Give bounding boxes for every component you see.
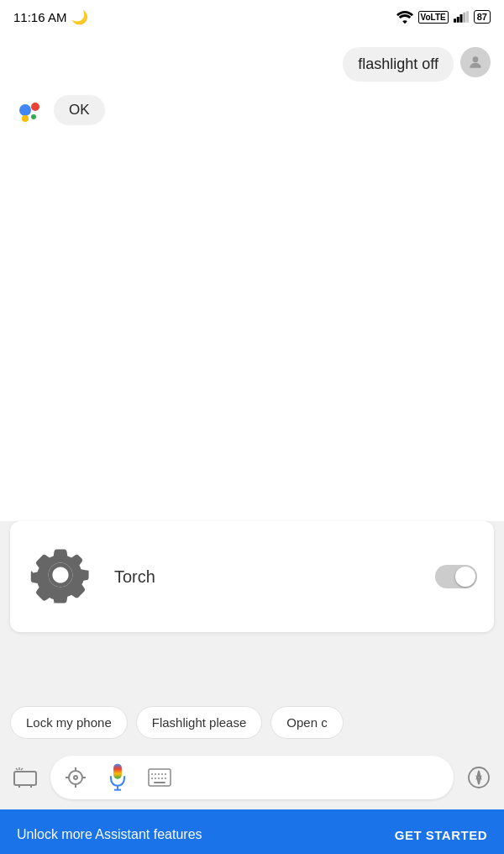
suggestions-row: Lock my phone Flashlight please Open c xyxy=(10,706,494,739)
svg-point-7 xyxy=(31,103,39,111)
torch-card: Torch xyxy=(10,521,494,632)
svg-point-6 xyxy=(19,104,31,116)
promo-text: Unlock more Assistant features xyxy=(17,827,202,842)
svg-rect-0 xyxy=(454,18,456,23)
svg-marker-39 xyxy=(477,778,480,784)
assistant-response-row: OK xyxy=(13,95,491,129)
wifi-icon xyxy=(396,10,413,24)
volte-icon: VoLTE xyxy=(418,11,449,24)
input-bar xyxy=(0,749,504,809)
separator-area xyxy=(0,642,504,693)
svg-point-37 xyxy=(469,767,489,788)
keyboard-icon[interactable] xyxy=(144,762,175,793)
time-display: 11:16 AM xyxy=(13,10,66,24)
svg-rect-10 xyxy=(14,772,36,785)
battery-indicator: 87 xyxy=(474,10,491,24)
svg-point-16 xyxy=(69,771,82,784)
svg-rect-2 xyxy=(459,14,462,23)
user-message-row: flashlight off xyxy=(13,47,491,82)
toggle-knob xyxy=(455,567,475,587)
svg-point-8 xyxy=(22,115,29,122)
status-bar: 11:16 AM 🌙 VoLTE 87 xyxy=(0,0,504,34)
user-message-bubble: flashlight off xyxy=(343,47,454,82)
svg-point-9 xyxy=(31,114,36,119)
tv-icon[interactable] xyxy=(10,762,40,793)
svg-line-13 xyxy=(16,768,18,770)
suggestion-open[interactable]: Open c xyxy=(270,706,343,739)
microphone-button[interactable] xyxy=(101,761,134,794)
status-time-section: 11:16 AM 🌙 xyxy=(13,9,88,25)
svg-rect-3 xyxy=(463,13,465,23)
torch-label: Torch xyxy=(114,567,415,587)
torch-gear-icon xyxy=(27,541,94,612)
suggestions-area: Lock my phone Flashlight please Open c xyxy=(0,693,504,749)
svg-rect-1 xyxy=(457,17,459,23)
svg-rect-36 xyxy=(154,782,165,783)
compass-icon[interactable] xyxy=(464,762,494,793)
get-started-button[interactable]: GET STARTED xyxy=(395,828,487,842)
torch-toggle[interactable] xyxy=(435,565,477,588)
suggestion-flashlight[interactable]: Flashlight please xyxy=(136,706,263,739)
svg-point-17 xyxy=(74,776,77,779)
google-assistant-logo xyxy=(13,95,47,129)
promo-banner: Unlock more Assistant features GET START… xyxy=(0,809,504,854)
signal-icon xyxy=(454,11,469,23)
user-avatar xyxy=(460,47,491,77)
gear-svg-icon xyxy=(27,541,94,609)
svg-rect-22 xyxy=(113,764,122,779)
svg-line-15 xyxy=(21,768,23,770)
moon-icon: 🌙 xyxy=(71,9,88,25)
suggestion-lock-phone[interactable]: Lock my phone xyxy=(10,706,128,739)
svg-point-5 xyxy=(473,56,479,62)
svg-rect-4 xyxy=(466,11,469,23)
input-bar-inner xyxy=(50,756,454,799)
camera-lens-icon[interactable] xyxy=(60,762,91,793)
assistant-ok-bubble: OK xyxy=(54,95,105,125)
chat-area: flashlight off OK xyxy=(0,34,504,521)
status-icons-section: VoLTE 87 xyxy=(396,10,491,24)
svg-marker-38 xyxy=(477,771,480,778)
